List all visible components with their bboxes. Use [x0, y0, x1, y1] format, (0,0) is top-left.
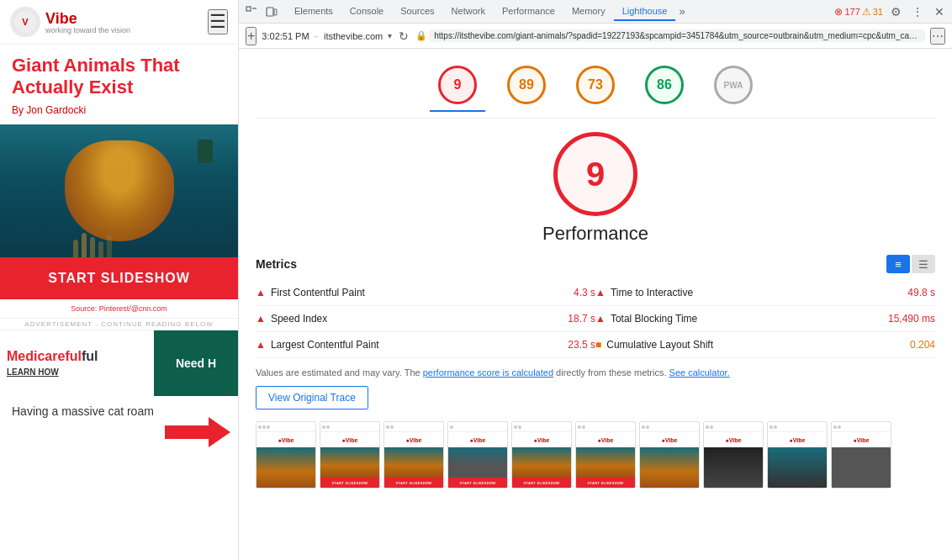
ad-banner-label: ADVERTISEMENT - CONTINUE READING BELOW	[0, 318, 238, 330]
thumbnail-1[interactable]: ●Vibe	[256, 421, 316, 489]
metric-name: Cumulative Layout Shift	[606, 339, 905, 351]
devtools-right-icons: ⊗ 177 ⚠ 31 ⚙ ⋮ ✕	[834, 3, 949, 21]
svg-rect-5	[267, 8, 273, 16]
author-link[interactable]: Jon Gardocki	[26, 104, 86, 116]
tab-console[interactable]: Console	[341, 3, 392, 21]
error-count: 177	[844, 7, 859, 17]
hamburger-menu-button[interactable]: ☰	[208, 9, 228, 34]
more-tabs-button[interactable]: »	[675, 2, 688, 21]
medicareful-ad[interactable]: Medicarefulful LEARN HOW	[0, 330, 154, 396]
url-bar[interactable]: https://itsthevibe.com/giant-animals/?sp…	[429, 29, 925, 42]
timestamp: 3:02:51 PM	[262, 31, 309, 41]
metric-speed-index: ▲ Speed Index 18.7 s	[256, 306, 595, 332]
slideshow-button[interactable]: START SLIDESHOW	[0, 257, 238, 299]
devtools-nav-icons	[242, 3, 281, 21]
perf-score-link[interactable]: performance score is calculated	[423, 367, 553, 378]
metric-time-to-interactive: ▲ Time to Interactive 49.8 s	[595, 280, 935, 306]
warning-count: 31	[873, 7, 883, 17]
score-tab-best-practices[interactable]: 73	[568, 62, 623, 111]
article-panel: V Vibe working toward the vision ☰ Giant…	[0, 0, 239, 560]
metric-name: First Contentful Paint	[271, 287, 569, 298]
thumbnail-4[interactable]: ●Vibe START SLIDESHOW	[447, 421, 508, 489]
metrics-toggle: ≡ ☰	[886, 255, 935, 273]
thumbnail-8[interactable]: ●Vibe	[703, 421, 764, 489]
big-score-label: Performance	[542, 223, 648, 245]
site-dropdown[interactable]: ▾	[388, 31, 392, 40]
metric-name: Speed Index	[271, 313, 563, 325]
seo-score-circle: 86	[645, 66, 684, 104]
article-excerpt: Having a massive cat roam	[0, 396, 238, 426]
pwa-score-circle: PWA	[714, 66, 753, 104]
tab-sources[interactable]: Sources	[392, 3, 442, 21]
devtools-topbar: Elements Console Sources Network Perform…	[239, 0, 952, 24]
list-view-button[interactable]: ≡	[886, 255, 910, 273]
metrics-header: Metrics ≡ ☰	[256, 255, 935, 273]
learn-how-link[interactable]: LEARN HOW	[7, 367, 147, 377]
add-tab-button[interactable]: +	[246, 27, 257, 45]
metric-first-contentful-paint: ▲ First Contentful Paint 4.3 s	[256, 280, 595, 306]
big-score-circle: 9	[553, 132, 637, 216]
svg-rect-6	[274, 9, 277, 15]
thumbnail-7[interactable]: ●Vibe	[639, 421, 700, 489]
tab-elements[interactable]: Elements	[286, 3, 341, 21]
tab-lighthouse[interactable]: Lighthouse	[614, 3, 676, 21]
thumbnails-strip: ●Vibe ●Vibe START SLIDESHOW ●Vibe START …	[256, 421, 935, 492]
metric-cumulative-layout-shift: ■ Cumulative Layout Shift 0.204	[595, 332, 935, 358]
metric-orange-icon: ■	[595, 339, 601, 351]
calculator-link[interactable]: See calculator.	[669, 367, 730, 378]
tab-memory[interactable]: Memory	[563, 3, 614, 21]
settings-button[interactable]: ⚙	[886, 3, 905, 21]
article-image	[0, 124, 238, 257]
score-tab-pwa[interactable]: PWA	[706, 62, 761, 111]
metric-value: 15,490 ms	[888, 313, 935, 325]
source-attribution: Source: Pinterest/@cnn.com	[0, 299, 238, 318]
metric-warn-icon: ▲	[256, 339, 266, 351]
best-practices-score-circle: 73	[576, 66, 615, 104]
inspect-element-button[interactable]	[242, 3, 261, 21]
more-options-button[interactable]: ⋮	[908, 3, 927, 21]
error-badge[interactable]: ⊗ 177 ⚠ 31	[834, 6, 883, 18]
svg-rect-3	[246, 7, 251, 11]
logo-area: V Vibe working toward the vision	[10, 7, 130, 37]
metric-value: 23.5 s	[568, 339, 595, 351]
thumbnail-5[interactable]: ●Vibe START SLIDESHOW	[511, 421, 572, 489]
thumbnail-2[interactable]: ●Vibe START SLIDESHOW	[320, 421, 380, 489]
address-bar: + 3:02:51 PM - itsthevibe.com ▾ ↻ 🔒 http…	[239, 24, 952, 49]
logo-main: Vibe	[45, 10, 77, 27]
article-title: Giant Animals That Actually Exist	[0, 45, 238, 103]
site-header: V Vibe working toward the vision ☰	[0, 0, 238, 45]
thumbnail-6[interactable]: ●Vibe START SLIDESHOW	[575, 421, 636, 489]
grid-view-button[interactable]: ☰	[912, 255, 935, 273]
metric-warn-icon: ▲	[595, 313, 606, 325]
metric-name: Largest Contentful Paint	[271, 339, 563, 351]
metric-warn-icon: ▲	[256, 287, 266, 298]
metric-warn-icon: ▲	[256, 313, 266, 325]
accessibility-score-circle: 89	[507, 66, 546, 104]
lighthouse-content: 9 89 73 86 PWA 9 Performance Metrics ≡	[239, 49, 952, 560]
metric-total-blocking-time: ▲ Total Blocking Time 15,490 ms	[595, 306, 935, 332]
close-devtools-button[interactable]: ✕	[930, 3, 949, 21]
warning-icon: ⚠	[862, 6, 871, 18]
logo-text-block: Vibe working toward the vision	[45, 10, 130, 34]
devtools-panel: Elements Console Sources Network Perform…	[239, 0, 952, 560]
jellyfish-illustration	[65, 140, 174, 241]
thumbnail-3[interactable]: ●Vibe START SLIDESHOW	[383, 421, 444, 489]
error-icon: ⊗	[834, 6, 843, 18]
refresh-button[interactable]: ↻	[397, 29, 410, 43]
thumbnail-10[interactable]: ●Vibe	[831, 421, 891, 489]
article-byline: By Jon Gardocki	[0, 103, 238, 124]
tab-network[interactable]: Network	[443, 3, 494, 21]
metric-warn-icon: ▲	[595, 287, 606, 298]
ad-right-panel[interactable]: Need H	[154, 330, 238, 396]
view-trace-button[interactable]: View Original Trace	[256, 386, 368, 409]
score-tab-performance[interactable]: 9	[430, 62, 485, 111]
device-toggle-button[interactable]	[262, 3, 281, 21]
tab-performance[interactable]: Performance	[494, 3, 563, 21]
lock-icon: 🔒	[415, 30, 427, 41]
metrics-grid: ▲ First Contentful Paint 4.3 s ▲ Time to…	[256, 280, 935, 358]
score-tab-accessibility[interactable]: 89	[499, 62, 554, 111]
thumbnail-9[interactable]: ●Vibe	[767, 421, 828, 489]
url-more-button[interactable]: ⋯	[930, 28, 945, 45]
score-tab-seo[interactable]: 86	[637, 62, 692, 111]
site-name: itsthevibe.com	[324, 31, 383, 41]
